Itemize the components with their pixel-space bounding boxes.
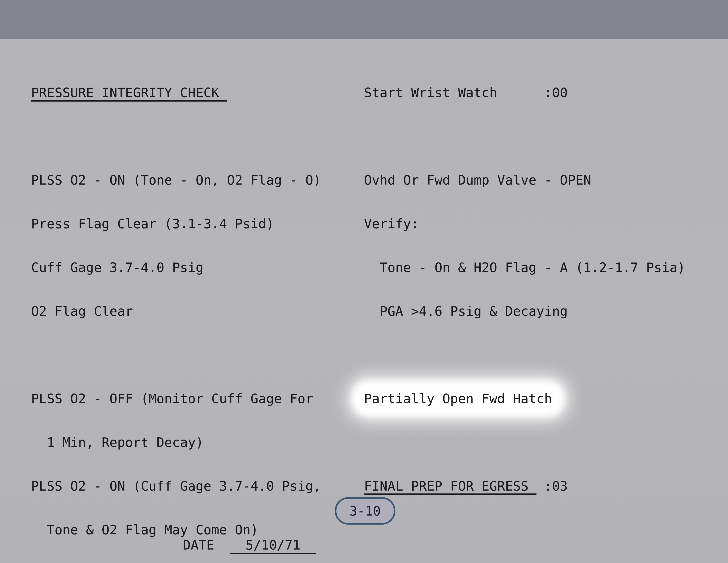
checklist-line: Tone - On & H2O Flag - A (1.2-1.7 Psia) bbox=[364, 260, 685, 275]
blank-line bbox=[31, 129, 337, 144]
checklist-line: 1 Min, Report Decay) bbox=[31, 435, 337, 450]
checklist-page: PRESSURE INTEGRITY CHECK PLSS O2 - ON (T… bbox=[0, 39, 728, 563]
date-value: 5/10/71 bbox=[230, 537, 316, 553]
checklist-line: PLSS O2 - OFF (Monitor Cuff Gage For bbox=[31, 392, 337, 406]
checklist-line: Ovhd Or Fwd Dump Valve - OPEN bbox=[364, 173, 685, 187]
highlighted-step-line: Partially Open Fwd Hatch bbox=[364, 392, 685, 406]
highlighted-step: Partially Open Fwd Hatch bbox=[356, 385, 560, 412]
blank-line bbox=[364, 129, 685, 144]
page-number-badge: 3-10 bbox=[335, 497, 395, 525]
section-heading-final-prep: FINAL PREP FOR EGRESS :03 bbox=[364, 479, 685, 493]
checklist-line: Tone & O2 Flag May Come On) bbox=[31, 523, 337, 537]
section-heading-pressure-integrity: PRESSURE INTEGRITY CHECK bbox=[31, 85, 337, 100]
checklist-line: PLSS O2 - ON (Cuff Gage 3.7-4.0 Psig, bbox=[31, 479, 337, 493]
page-number: 3-10 bbox=[349, 503, 381, 519]
time-value: :03 bbox=[536, 478, 568, 494]
blank-line bbox=[364, 523, 685, 537]
left-column: PRESSURE INTEGRITY CHECK PLSS O2 - ON (T… bbox=[31, 56, 337, 563]
right-column: Start Wrist Watch :00 Ovhd Or Fwd Dump V… bbox=[364, 56, 685, 563]
start-wrist-watch-line: Start Wrist Watch :00 bbox=[364, 85, 685, 100]
checklist-line: O2 Flag Clear bbox=[31, 304, 337, 319]
checklist-line: Press Flag Clear (3.1-3.4 Psid) bbox=[31, 216, 337, 231]
section-heading-text: FINAL PREP FOR EGRESS bbox=[364, 478, 536, 494]
checklist-line: PGA >4.6 Psig & Decaying bbox=[364, 304, 685, 319]
date-label: DATE bbox=[183, 537, 230, 553]
section-heading-text: PRESSURE INTEGRITY CHECK bbox=[31, 85, 227, 100]
blank-line bbox=[31, 348, 337, 362]
blank-line bbox=[364, 348, 685, 362]
scan-top-band bbox=[0, 0, 728, 39]
checklist-line: Cuff Gage 3.7-4.0 Psig bbox=[31, 260, 337, 275]
date-line: DATE 5/10/71 bbox=[183, 538, 316, 552]
checklist-line: Verify: bbox=[364, 216, 685, 231]
scanned-checklist-page: { "colors": { "top_band": "#84848e", "pa… bbox=[0, 0, 728, 563]
blank-line bbox=[364, 435, 685, 450]
checklist-line: PLSS O2 - ON (Tone - On, O2 Flag - O) bbox=[31, 173, 337, 187]
